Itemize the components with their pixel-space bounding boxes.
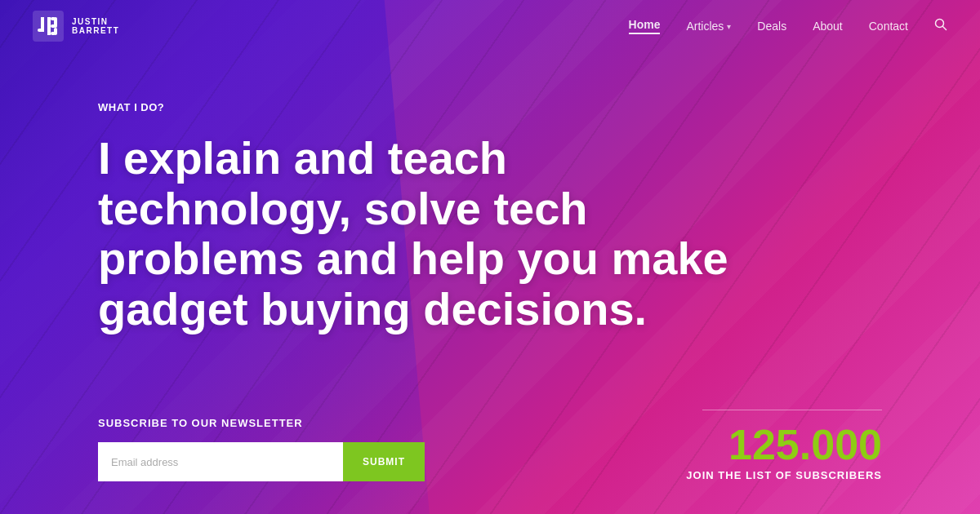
subscriber-count: 125.000	[686, 423, 882, 466]
nav-links: Home Articles ▾ Deals About Contact	[629, 18, 947, 34]
svg-rect-2	[38, 29, 44, 32]
nav-articles-label: Articles	[686, 20, 724, 33]
newsletter-right: 125.000 JOIN THE LIST OF SUBSCRIBERS	[686, 410, 882, 481]
subscriber-label: JOIN THE LIST OF SUBSCRIBERS	[686, 469, 882, 481]
navbar: JUSTIN BARRETT Home Articles ▾ Deals Abo…	[0, 0, 980, 52]
articles-chevron-icon: ▾	[727, 22, 731, 31]
logo-icon	[33, 11, 64, 42]
search-icon[interactable]	[934, 18, 947, 34]
newsletter-left: SUBSCRIBE TO OUR NEWSLETTER SUBMIT	[98, 417, 506, 481]
hero-headline: I explain and teach technology, solve te…	[98, 133, 735, 334]
section-label: What I Do?	[98, 101, 882, 113]
svg-rect-8	[54, 28, 57, 35]
logo-text: JUSTIN BARRETT	[72, 17, 119, 35]
nav-about[interactable]: About	[813, 20, 843, 33]
newsletter-section: SUBSCRIBE TO OUR NEWSLETTER SUBMIT 125.0…	[0, 410, 980, 514]
site-logo[interactable]: JUSTIN BARRETT	[33, 11, 119, 42]
svg-line-10	[943, 27, 947, 30]
nav-home[interactable]: Home	[629, 18, 661, 34]
submit-button[interactable]: SUBMIT	[343, 442, 425, 481]
nav-deals[interactable]: Deals	[757, 20, 786, 33]
divider-line	[702, 410, 882, 410]
newsletter-form: SUBMIT	[98, 442, 506, 481]
svg-rect-7	[54, 17, 57, 28]
logo-name-top: JUSTIN	[72, 17, 119, 26]
hero-content: What I Do? I explain and teach technolog…	[0, 52, 980, 334]
nav-contact[interactable]: Contact	[869, 20, 908, 33]
nav-articles[interactable]: Articles ▾	[686, 20, 731, 33]
logo-name-bottom: BARRETT	[72, 26, 119, 35]
newsletter-title: SUBSCRIBE TO OUR NEWSLETTER	[98, 417, 506, 429]
email-input[interactable]	[98, 442, 343, 481]
svg-rect-3	[47, 17, 51, 35]
